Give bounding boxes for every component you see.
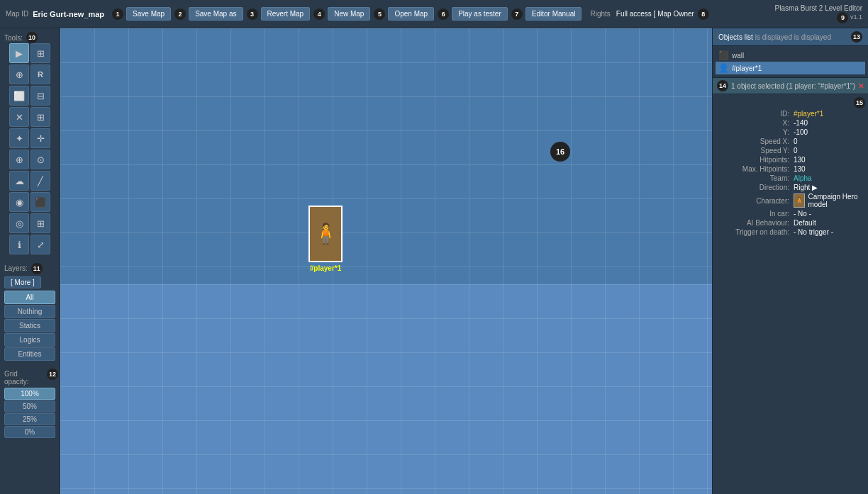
right-panel: Objects list is displayed is displayed 1… <box>712 28 868 494</box>
prop-team: Team: Alpha <box>716 174 865 182</box>
prop-y-value: -100 <box>794 128 808 136</box>
tool-point[interactable]: ◉ <box>9 192 29 212</box>
tool-circle[interactable]: ⊙ <box>30 150 50 169</box>
opacity-25[interactable]: 25% <box>4 413 55 425</box>
editor-manual-button[interactable]: Editor Manual <box>525 7 582 21</box>
badge-6: 6 <box>438 9 449 20</box>
rights-label: Rights <box>590 10 610 18</box>
more-button[interactable]: [ More ] <box>4 276 41 288</box>
prop-character: Character: 🧍 Campaign Hero model <box>716 193 865 208</box>
opacity-100[interactable]: 100% <box>4 388 55 400</box>
prop-max-hitpoints-value: 130 <box>794 165 806 173</box>
selection-badge: 14 <box>717 80 728 91</box>
properties-panel: 15 ID: #player*1 X: -140 Y: -100 Speed X… <box>713 94 868 494</box>
tool-add[interactable]: ⊕ <box>9 150 29 169</box>
badge-8: 8 <box>698 9 709 20</box>
prop-direction-label: Direction: <box>716 184 794 191</box>
layer-nothing[interactable]: Nothing <box>4 305 55 318</box>
tool-ring[interactable]: ◎ <box>9 213 29 233</box>
tool-square[interactable]: ⬛ <box>30 192 50 212</box>
prop-direction-value: Right ▶ <box>794 184 818 191</box>
prop-hitpoints: Hitpoints: 130 <box>716 156 865 164</box>
tool-row-8: ◉ ⬛ <box>1 192 58 212</box>
layer-statics[interactable]: Statics <box>4 319 55 332</box>
revert-map-button[interactable]: Revert Map <box>261 7 311 21</box>
tool-resize[interactable]: R <box>30 64 50 84</box>
badge-1: 1 <box>112 9 123 20</box>
tool-star[interactable]: ✦ <box>9 128 29 148</box>
prop-id-label: ID: <box>716 110 794 118</box>
obj-player-label: #player*1 <box>732 64 762 72</box>
platform <box>60 284 712 494</box>
tool-row-7: ☁ ╱ <box>1 171 58 191</box>
prop-speed-x-label: Speed X: <box>716 137 794 145</box>
prop-in-car: In car: - No - <box>716 210 865 218</box>
tool-row-9: ◎ ⊞ <box>1 213 58 233</box>
prop-speed-x: Speed X: 0 <box>716 137 865 145</box>
prop-direction: Direction: Right ▶ <box>716 184 865 191</box>
prop-speed-y: Speed Y: 0 <box>716 147 865 155</box>
prop-trigger-label: Trigger on death: <box>716 228 794 236</box>
selection-close[interactable]: ✕ <box>858 82 864 90</box>
prop-in-car-value: - No - <box>794 210 811 218</box>
grid-badge: 12 <box>47 369 58 380</box>
tool-row-6: ⊕ ⊙ <box>1 150 58 169</box>
save-map-button[interactable]: Save Map <box>126 7 171 21</box>
obj-wall[interactable]: ⬛ wall <box>716 49 865 62</box>
player-sprite[interactable]: 🧍 #player*1 <box>308 206 343 262</box>
layer-entities[interactable]: Entities <box>4 347 55 361</box>
tool-info[interactable]: ℹ <box>9 235 29 254</box>
prop-team-value: Alpha <box>794 174 812 182</box>
editor-title-block: Plasma Burst 2 Level Editor 9 v1.1 <box>775 4 862 23</box>
badge-3: 3 <box>247 9 258 20</box>
prop-hitpoints-value: 130 <box>794 156 806 164</box>
play-as-tester-button[interactable]: Play as tester <box>452 7 508 21</box>
open-map-button[interactable]: Open Map <box>388 7 434 21</box>
prop-y-label: Y: <box>716 128 794 136</box>
tool-fill[interactable]: ⊞ <box>30 107 50 127</box>
opacity-0[interactable]: 0% <box>4 426 55 438</box>
grid-opacity-section: Grid opacity: 12 100% 50% 25% 0% <box>1 361 58 439</box>
prop-trigger: Trigger on death: - No trigger - <box>716 228 865 236</box>
layer-logics[interactable]: Logics <box>4 333 55 347</box>
prop-x: X: -140 <box>716 119 865 127</box>
layers-label: Layers: <box>1 262 30 275</box>
tool-plus[interactable]: ✛ <box>30 128 50 148</box>
save-map-as-button[interactable]: Save Map as <box>189 7 243 21</box>
opacity-50[interactable]: 50% <box>4 400 55 412</box>
layer-all[interactable]: All <box>4 291 55 304</box>
tool-cloud[interactable]: ☁ <box>9 171 29 191</box>
new-map-button[interactable]: New Map <box>328 7 370 21</box>
prop-max-hitpoints-label: Max. Hitpoints: <box>716 165 794 173</box>
tool-dots[interactable]: ⊟ <box>30 86 50 106</box>
objects-list-label: Objects list is displayed is displayed <box>718 33 831 41</box>
properties-badge: 15 <box>854 97 865 108</box>
tool-grid[interactable]: ⊞ <box>30 43 50 63</box>
player-figure-icon: 🧍 <box>313 224 338 244</box>
player-label: #player*1 <box>310 264 341 272</box>
rights-value: Full access [ Map Owner <box>616 10 694 18</box>
tool-expand[interactable]: ⤢ <box>30 235 50 254</box>
tool-row-10: ℹ ⤢ <box>1 235 58 254</box>
tool-grid2[interactable]: ⊞ <box>30 213 50 233</box>
grid-canvas[interactable]: 🧍 #player*1 16 <box>60 28 712 494</box>
objects-header-suffix2: is displayed <box>794 33 831 41</box>
prop-id: ID: #player*1 <box>716 110 865 118</box>
prop-character-label: Character: <box>716 197 794 205</box>
tool-place[interactable]: ⬜ <box>9 86 29 106</box>
prop-y: Y: -100 <box>716 128 865 136</box>
tools-badge: 10 <box>26 32 38 43</box>
obj-player[interactable]: 👤 #player*1 <box>716 62 865 74</box>
tool-select[interactable]: ▶ <box>9 43 29 63</box>
prop-character-value: 🧍 Campaign Hero model <box>794 193 865 208</box>
editor-version: 9 v1.1 <box>775 12 862 23</box>
editor-title-text: Plasma Burst 2 Level Editor <box>775 4 862 12</box>
topbar: Map ID Eric Gurt-new_map 1 Save Map 2 Sa… <box>0 0 868 28</box>
tool-erase[interactable]: ✕ <box>9 107 29 127</box>
tool-line[interactable]: ╱ <box>30 171 50 191</box>
selection-bar: 14 1 object selected (1 player: "#player… <box>713 77 868 94</box>
tool-move[interactable]: ⊕ <box>9 64 29 84</box>
tool-row-2: ⊕ R <box>1 64 58 84</box>
canvas-area[interactable]: 🧍 #player*1 16 <box>60 28 712 494</box>
prop-ai-label: AI Behaviour: <box>716 219 794 227</box>
